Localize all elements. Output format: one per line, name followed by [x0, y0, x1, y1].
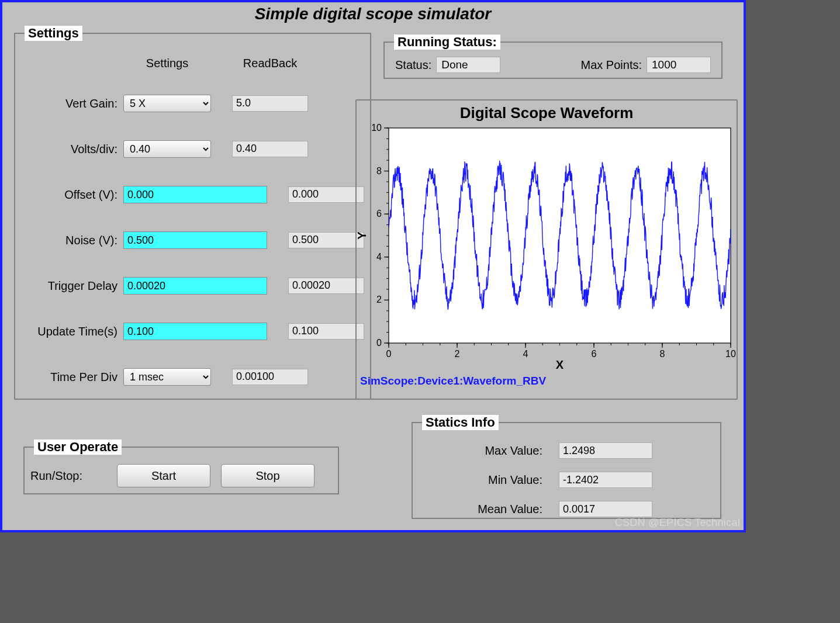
setting-input[interactable]: [123, 277, 267, 295]
settings-legend: Settings: [25, 26, 82, 41]
status-label: Status:: [395, 58, 431, 72]
settings-col-readback: ReadBack: [232, 57, 308, 70]
setting-readback: 0.100: [288, 323, 364, 340]
waveform-group: Digital Scope Waveform 02468100246810XY …: [355, 99, 738, 400]
stats-label: Max Value:: [419, 444, 559, 458]
settings-group: Settings Settings ReadBack Vert Gain:5 X…: [14, 26, 371, 400]
setting-select[interactable]: 0.40: [123, 140, 211, 158]
setting-label: Vert Gain:: [21, 97, 123, 110]
svg-text:10: 10: [371, 123, 382, 133]
setting-label: Time Per Div: [21, 371, 123, 384]
stats-label: Min Value:: [419, 473, 559, 487]
setting-input[interactable]: [123, 323, 267, 340]
svg-text:X: X: [556, 358, 564, 371]
status-row: Status: Done Max Points: 1000: [390, 56, 715, 73]
stats-value: 0.0017: [559, 501, 652, 517]
svg-text:0: 0: [386, 349, 392, 359]
setting-select[interactable]: 5 X: [123, 95, 211, 112]
settings-header-row: Settings ReadBack: [21, 49, 364, 77]
waveform-plot[interactable]: 02468100246810XY: [357, 122, 737, 373]
settings-row: Update Time(s)0.100: [21, 309, 364, 354]
setting-readback: 5.0: [232, 95, 308, 112]
stats-value: -1.2402: [559, 472, 652, 488]
svg-text:4: 4: [523, 349, 528, 359]
start-button[interactable]: Start: [117, 464, 210, 487]
stats-legend: Statics Info: [422, 415, 499, 430]
setting-label: Trigger Delay: [21, 279, 123, 293]
setting-readback: 0.00020: [288, 278, 364, 294]
settings-row: Noise (V):0.500: [21, 217, 364, 263]
settings-row: Trigger Delay0.00020: [21, 263, 364, 309]
waveform-svg: 02468100246810XY: [357, 122, 737, 373]
stop-button[interactable]: Stop: [221, 464, 314, 487]
setting-input[interactable]: [123, 186, 267, 203]
page-title: Simple digital scope simulator: [2, 2, 744, 28]
maxpoints-label: Max Points:: [581, 58, 642, 72]
setting-label: Noise (V):: [21, 234, 123, 247]
maxpoints-value: 1000: [647, 57, 711, 73]
setting-readback: 0.000: [288, 186, 364, 203]
stats-row: Min Value:-1.2402: [419, 465, 714, 494]
settings-rows: Vert Gain:5 X5.0Volts/div:0.400.40Offset…: [21, 81, 364, 400]
setting-input[interactable]: [123, 231, 267, 249]
stats-row: Max Value:1.2498: [419, 436, 714, 465]
settings-row: Volts/div:0.400.40: [21, 126, 364, 172]
stats-row: Mean Value:0.0017: [419, 494, 714, 524]
user-operate-legend: User Operate: [34, 439, 122, 455]
setting-readback: 0.00100: [232, 369, 308, 385]
waveform-pv: SimScope:Device1:Waveform_RBV: [357, 373, 737, 390]
svg-text:10: 10: [725, 349, 736, 359]
operate-row: Run/Stop: Start Stop: [30, 461, 332, 487]
svg-text:4: 4: [376, 252, 382, 262]
settings-row: Vert Gain:5 X5.0: [21, 81, 364, 126]
running-status-legend: Running Status:: [394, 34, 500, 50]
svg-text:0: 0: [376, 338, 382, 348]
svg-text:2: 2: [455, 349, 460, 359]
stats-value: 1.2498: [559, 442, 652, 459]
svg-text:8: 8: [660, 349, 665, 359]
settings-col-settings: Settings: [123, 57, 211, 70]
stats-rows: Max Value:1.2498Min Value:-1.2402Mean Va…: [419, 436, 714, 524]
setting-readback: 0.40: [232, 141, 308, 157]
svg-text:6: 6: [592, 349, 597, 359]
status-value: Done: [436, 57, 500, 73]
stats-group: Statics Info Max Value:1.2498Min Value:-…: [412, 415, 721, 519]
waveform-title: Digital Scope Waveform: [357, 101, 737, 122]
running-status-group: Running Status: Status: Done Max Points:…: [383, 34, 723, 79]
setting-label: Update Time(s): [21, 325, 123, 338]
stats-label: Mean Value:: [419, 503, 559, 516]
app-window: Simple digital scope simulator Settings …: [0, 0, 746, 532]
setting-readback: 0.500: [288, 232, 364, 248]
user-operate-group: User Operate Run/Stop: Start Stop: [23, 439, 339, 494]
settings-row: Time Per Div1 msec0.00100: [21, 354, 364, 400]
runstop-label: Run/Stop:: [30, 469, 106, 483]
svg-text:2: 2: [376, 295, 382, 304]
setting-label: Volts/div:: [21, 143, 123, 156]
setting-select[interactable]: 1 msec: [123, 368, 211, 386]
svg-text:6: 6: [376, 209, 382, 219]
svg-text:8: 8: [376, 166, 382, 176]
setting-label: Offset (V):: [21, 188, 123, 202]
settings-row: Offset (V):0.000: [21, 172, 364, 217]
svg-text:Y: Y: [357, 231, 368, 240]
